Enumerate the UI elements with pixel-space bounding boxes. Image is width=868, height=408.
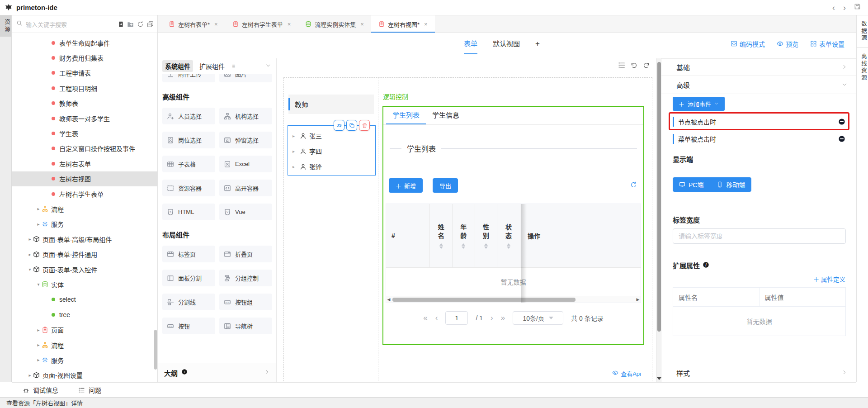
palette-item-弹窗选择[interactable]: 弹窗选择 [219,132,272,148]
folder-plus-icon[interactable] [127,21,134,28]
sort-asc-icon[interactable] [507,243,510,246]
tree-caret-icon[interactable]: ▸ [292,149,299,154]
tree-caret-icon[interactable]: ▸ [27,252,33,257]
section-advanced[interactable]: 高级 [661,76,856,94]
tree-item-select[interactable]: select [12,292,157,307]
vscroll-thumb[interactable] [657,62,661,332]
page-first-button[interactable]: « [423,313,427,323]
canvas-tree-node-张锋[interactable]: ▸张锋 [288,159,375,174]
tree-item-tree[interactable]: tree [12,307,157,322]
canvas-tree-node-李四[interactable]: ▸李四 [288,143,375,159]
nav-forward-button[interactable]: › [843,4,846,12]
tree-caret-icon[interactable]: ▸ [35,206,42,211]
outline-panel-header[interactable]: 大纲 i [158,363,276,382]
tree-caret-icon[interactable]: ▸ [35,327,42,332]
export-button[interactable]: 导出 [433,178,458,193]
tree-item-流程[interactable]: ▸流程 [12,337,157,352]
toolbar-link-表单设置[interactable]: 表单设置 [810,39,844,48]
palette-item-机构选择[interactable]: 机构选择 [219,108,272,124]
sort-icons[interactable] [439,243,443,249]
palette-item-分割线[interactable]: 分割线 [162,294,215,310]
add-property-link[interactable]: ＋ 属性定义 [813,275,845,284]
event-item-节点被点击时[interactable]: 节点被点击时 [673,115,849,128]
palette-item-子表格[interactable]: 子表格 [162,156,215,172]
hscroll-thumb[interactable] [392,298,576,302]
grid-tab-学生信息[interactable]: 学生信息 [426,107,466,124]
palette-item-HTML[interactable]: 5HTML [162,204,215,220]
tree-item-左树右视图[interactable]: 左树右视图 [12,171,157,186]
tab-close-icon[interactable]: × [424,21,428,28]
save-icon[interactable] [854,3,861,10]
palette-menu-icon[interactable]: ≡ [232,63,235,69]
palette-tab-system[interactable]: 系统组件 [162,60,193,72]
palette-item-面板分割[interactable]: 面板分割 [162,270,215,286]
sidebar-scrollbar[interactable] [154,330,157,370]
minus-circle-icon[interactable] [838,118,845,125]
outline-icon[interactable] [618,62,625,69]
tree-item-财务费用归集表[interactable]: 财务费用归集表 [12,50,157,65]
toolbar-link-预览[interactable]: 预览 [777,39,798,48]
palette-item-人员选择[interactable]: 人员选择 [162,108,215,124]
rail-item-资源[interactable]: 资源 [0,15,11,37]
import-icon[interactable] [117,21,124,28]
editor-tab-左树右表单*[interactable]: 左树右表单*× [161,15,225,33]
tree-caret-icon[interactable]: ▸ [27,373,33,378]
page-size-select[interactable]: 10条/页 [513,311,563,325]
rail-item-离线资源[interactable]: 离线资源 [857,47,868,87]
tree-caret-icon[interactable]: ▸ [292,164,299,169]
page-number-input[interactable]: 1 [445,311,468,325]
palette-tab-extension[interactable]: 扩展组件 [197,60,227,72]
tree-item-学生表[interactable]: 学生表 [12,126,157,141]
tree-item-流程[interactable]: ▸流程 [12,201,157,216]
canvas-vscrollbar[interactable] [656,58,661,382]
sort-desc-icon[interactable] [507,247,510,249]
sort-desc-icon[interactable] [439,247,443,249]
tree-item-页面-表单-录入控件[interactable]: ▾页面-表单-录入控件 [12,262,157,277]
tree-item-左树右表单[interactable]: 左树右表单 [12,156,157,171]
reload-icon[interactable] [630,181,637,190]
tree-caret-icon[interactable]: ▾ [35,282,42,287]
section-style[interactable]: 样式 [661,363,856,382]
add-event-button[interactable]: ＋添加事件 [673,97,725,111]
palette-item-按钮组[interactable]: BTN按钮组 [219,294,272,310]
collapse-all-icon[interactable] [147,21,154,28]
tree-caret-icon[interactable]: ▸ [35,357,42,362]
palette-item-Excel[interactable]: Excel [219,156,272,172]
event-item-菜单被点击时[interactable]: 菜单被点击时 [673,132,849,146]
nav-back-button[interactable]: ‹ [832,4,835,12]
tree-caret-icon[interactable]: ▸ [35,222,42,227]
palette-item-折叠页[interactable]: 折叠页 [219,246,272,262]
minus-circle-icon[interactable] [838,135,845,142]
tree-item-教师表[interactable]: 教师表 [12,96,157,111]
palette-item-附件上传[interactable]: 附件上传 [162,74,215,82]
tree-caret-icon[interactable]: ▾ [27,267,33,272]
tree-caret-icon[interactable]: ▸ [35,342,42,347]
tree-caret-icon[interactable]: ▸ [27,237,33,242]
tree-item-服务[interactable]: ▸服务 [12,352,157,367]
teacher-tree-widget[interactable]: JS ▸张三▸李四▸张锋 [288,125,376,176]
tab-close-icon[interactable]: × [288,21,291,28]
sort-icons[interactable] [462,243,465,249]
sort-asc-icon[interactable] [484,243,488,246]
tree-item-表单生命周起事件[interactable]: 表单生命周起事件 [12,35,157,50]
palette-item-高开容器[interactable]: 高开容器 [219,180,272,196]
tree-item-左树右学生表单[interactable]: 左树右学生表单 [12,186,157,201]
tab-close-icon[interactable]: × [214,21,218,28]
tab-close-icon[interactable]: × [360,21,364,28]
tree-title-block[interactable]: 教师 [288,95,374,114]
palette-item-按钮[interactable]: BTN按钮 [162,318,215,334]
tree-item-页面-视图设置[interactable]: ▸页面-视图设置 [12,368,157,382]
search-input[interactable]: 输入关键字搜索 [26,20,117,28]
delete-button[interactable] [359,120,370,131]
tree-item-实体[interactable]: ▾实体 [12,277,157,292]
page-prev-button[interactable]: ‹ [435,313,438,323]
display-option-PC端[interactable]: PC端 [673,177,710,192]
tree-item-工程申请表[interactable]: 工程申请表 [12,66,157,81]
display-option-移动端[interactable]: 移动端 [710,177,751,192]
grid-hscrollbar[interactable]: ◀ ▶ [386,296,641,303]
refresh-icon[interactable] [137,21,144,28]
palette-collapse-icon[interactable] [265,62,271,70]
sort-icons[interactable] [507,243,510,249]
sort-desc-icon[interactable] [484,247,488,249]
palette-item-Vue[interactable]: VVue [219,204,272,220]
